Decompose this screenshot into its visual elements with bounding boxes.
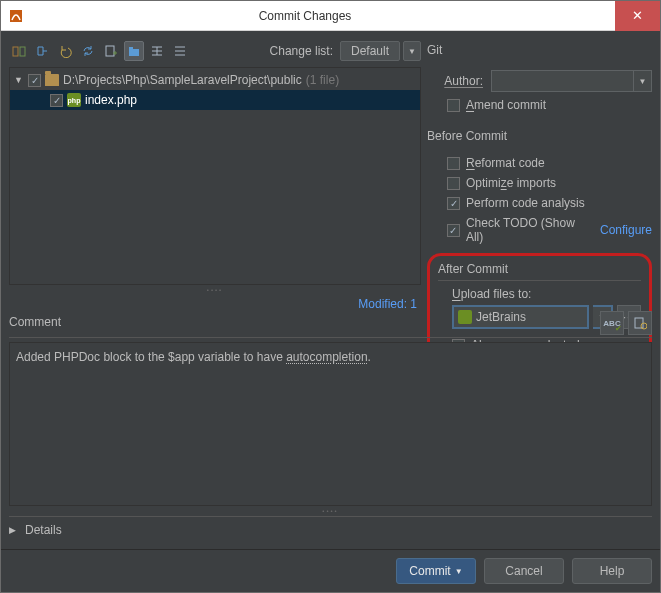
amend-checkbox[interactable] <box>447 99 460 112</box>
configure-link[interactable]: Configure <box>600 223 652 237</box>
change-list-value: Default <box>351 44 389 58</box>
change-list-select[interactable]: Default <box>340 41 400 61</box>
chevron-down-icon: ▼ <box>633 71 651 91</box>
reformat-label: Reformat code <box>466 156 545 170</box>
todo-label: Check TODO (Show All) <box>466 216 594 244</box>
comment-text-underlined: autocompletion <box>286 350 367 364</box>
author-combo[interactable]: ▼ <box>491 70 652 92</box>
git-section-title: Git <box>427 39 652 59</box>
tree-file-count: (1 file) <box>306 73 339 87</box>
commit-button[interactable]: Commit ▼ <box>396 558 476 584</box>
tree-file-row[interactable]: ✓ php index.php <box>10 90 420 110</box>
svg-rect-1 <box>13 47 18 56</box>
show-diff-icon[interactable] <box>9 41 29 61</box>
amend-label: Amend commit <box>466 98 546 112</box>
checkbox[interactable]: ✓ <box>28 74 41 87</box>
details-toggle[interactable]: ▶ Details <box>9 519 652 541</box>
collapse-all-icon[interactable] <box>170 41 190 61</box>
svg-point-7 <box>641 323 647 329</box>
todo-checkbox[interactable]: ✓ <box>447 224 460 237</box>
move-icon[interactable] <box>32 41 52 61</box>
history-button[interactable] <box>628 311 652 335</box>
expand-all-icon[interactable] <box>147 41 167 61</box>
after-commit-title: After Commit <box>438 262 641 278</box>
svg-rect-2 <box>20 47 25 56</box>
tree-file-name: index.php <box>85 93 137 107</box>
expand-arrow-icon[interactable]: ▼ <box>14 75 24 85</box>
revert-icon[interactable] <box>55 41 75 61</box>
upload-label: Upload files to: <box>452 287 641 301</box>
before-commit-title: Before Commit <box>427 125 652 145</box>
php-icon: php <box>67 93 81 107</box>
help-button[interactable]: Help <box>572 558 652 584</box>
comment-label: Comment <box>9 315 594 331</box>
svg-rect-4 <box>129 49 139 56</box>
svg-rect-6 <box>635 318 643 328</box>
footer: Commit ▼ Cancel Help <box>1 549 660 592</box>
author-label: Author: <box>427 74 483 88</box>
new-changelist-icon[interactable] <box>101 41 121 61</box>
cancel-button[interactable]: Cancel <box>484 558 564 584</box>
resize-handle-2[interactable]: •••• <box>9 506 652 516</box>
analyze-label: Perform code analysis <box>466 196 585 210</box>
window-title: Commit Changes <box>0 9 615 23</box>
reformat-checkbox[interactable] <box>447 157 460 170</box>
chevron-right-icon: ▶ <box>9 525 19 535</box>
titlebar: Commit Changes ✕ <box>1 1 660 31</box>
svg-rect-5 <box>129 47 133 49</box>
close-button[interactable]: ✕ <box>615 1 660 31</box>
svg-rect-3 <box>106 46 114 56</box>
optimize-checkbox[interactable] <box>447 177 460 190</box>
group-by-dir-icon[interactable] <box>124 41 144 61</box>
file-tree: ▼ ✓ D:\Projects\Php\SampleLaravelProject… <box>9 67 421 285</box>
change-list-dropdown[interactable]: ▼ <box>403 41 421 61</box>
toolbar: Change list: Default ▼ <box>9 39 421 67</box>
tree-root-path: D:\Projects\Php\SampleLaravelProject\pub… <box>63 73 302 87</box>
details-label: Details <box>25 523 62 537</box>
folder-icon <box>45 74 59 86</box>
spellcheck-button[interactable]: ABC ✔ <box>600 311 624 335</box>
comment-textarea[interactable]: Added PHPDoc block to the $app variable … <box>9 342 652 506</box>
comment-text-pre: Added PHPDoc block to the $app variable … <box>16 350 286 364</box>
resize-handle[interactable]: •••• <box>9 285 421 295</box>
checkbox[interactable]: ✓ <box>50 94 63 107</box>
change-list-label: Change list: <box>270 44 333 58</box>
tree-root-row[interactable]: ▼ ✓ D:\Projects\Php\SampleLaravelProject… <box>10 70 420 90</box>
comment-text-post: . <box>368 350 371 364</box>
chevron-down-icon: ▼ <box>455 567 463 576</box>
optimize-label: Optimize imports <box>466 176 556 190</box>
analyze-checkbox[interactable]: ✓ <box>447 197 460 210</box>
modified-count: Modified: 1 <box>9 295 421 311</box>
refresh-icon[interactable] <box>78 41 98 61</box>
